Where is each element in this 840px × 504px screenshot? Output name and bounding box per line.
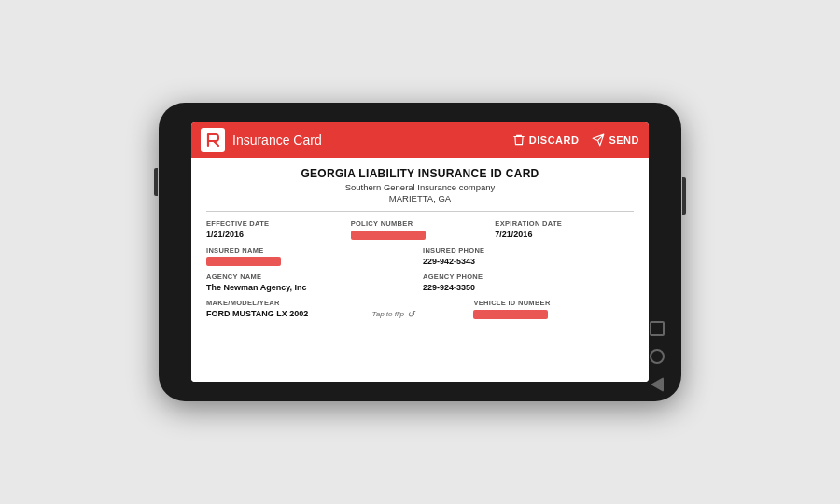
agency-name-value: The Newman Agency, Inc: [206, 283, 417, 292]
agency-phone-value: 229-924-3350: [423, 283, 634, 292]
card-divider: [206, 211, 634, 212]
fields-row-4: MAKE/MODEL/YEAR FORD MUSTANG LX 2002 Tap…: [206, 299, 634, 319]
phone-screen: Insurance Card DISCARD SEND GEORGIA LIAB…: [191, 122, 649, 382]
app-bar-actions: DISCARD SEND: [512, 133, 639, 147]
agency-name-block: AGENCY NAME The Newman Agency, Inc: [206, 273, 417, 292]
policy-number-redacted: [351, 231, 426, 240]
tap-flip-text[interactable]: Tap to flip ↺: [372, 309, 469, 319]
insured-name-block: INSURED NAME: [206, 246, 417, 267]
insured-name-value: [206, 257, 417, 267]
fields-row-2: INSURED NAME INSURED PHONE 229-942-5343: [206, 246, 634, 267]
make-model-year-value: FORD MUSTANG LX 2002: [206, 309, 367, 318]
insured-name-label: INSURED NAME: [206, 246, 417, 255]
vehicle-id-label: VEHICLE ID NUMBER: [473, 299, 634, 307]
agency-name-label: AGENCY NAME: [206, 273, 417, 281]
make-model-year-label: MAKE/MODEL/YEAR: [206, 299, 367, 307]
expiration-date-block: EXPIRATION DATE 7/21/2016: [495, 219, 634, 240]
vehicle-id-value: [473, 309, 634, 319]
insured-phone-block: INSURED PHONE 229-942-5343: [423, 246, 634, 267]
phone-shell: Insurance Card DISCARD SEND GEORGIA LIAB…: [159, 103, 681, 401]
make-model-year-block: MAKE/MODEL/YEAR FORD MUSTANG LX 2002: [206, 299, 367, 319]
vehicle-id-redacted: [473, 310, 548, 319]
policy-number-block: POLICY NUMBER: [351, 219, 490, 240]
flip-icon: ↺: [407, 309, 414, 319]
fields-row-3: AGENCY NAME The Newman Agency, Inc AGENC…: [206, 273, 634, 292]
tap-flip-block[interactable]: Tap to flip ↺: [372, 299, 469, 319]
nav-back-icon[interactable]: [651, 377, 664, 392]
discard-button[interactable]: DISCARD: [512, 133, 580, 147]
app-logo: [201, 128, 225, 152]
insured-name-redacted: [206, 257, 281, 266]
effective-date-value: 1/21/2016: [206, 230, 345, 239]
expiration-date-value: 7/21/2016: [495, 230, 634, 239]
card-location: MARIETTA, GA: [206, 193, 634, 203]
expiration-date-label: EXPIRATION DATE: [495, 219, 634, 228]
nav-bar: [650, 321, 665, 392]
card-title: GEORGIA LIABILITY INSURANCE ID CARD: [206, 167, 634, 180]
effective-date-block: EFFECTIVE DATE 1/21/2016: [206, 219, 345, 240]
vehicle-id-block: VEHICLE ID NUMBER: [473, 299, 634, 319]
insurance-card: GEORGIA LIABILITY INSURANCE ID CARD Sout…: [191, 158, 649, 382]
insured-phone-value: 229-942-5343: [423, 257, 634, 266]
fields-row-1: EFFECTIVE DATE 1/21/2016 POLICY NUMBER E…: [206, 219, 634, 240]
effective-date-label: EFFECTIVE DATE: [206, 219, 345, 228]
agency-phone-label: AGENCY PHONE: [423, 273, 634, 281]
agency-phone-block: AGENCY PHONE 229-924-3350: [423, 273, 634, 292]
send-button[interactable]: SEND: [592, 133, 639, 147]
nav-recent-icon[interactable]: [650, 321, 665, 336]
policy-number-value: [351, 230, 490, 240]
app-bar: Insurance Card DISCARD SEND: [191, 122, 649, 158]
insured-phone-label: INSURED PHONE: [423, 246, 634, 255]
power-button: [682, 177, 686, 215]
nav-home-icon[interactable]: [650, 349, 665, 364]
app-bar-title: Insurance Card: [232, 133, 512, 147]
card-company: Southern General Insurance company: [206, 182, 634, 192]
policy-number-label: POLICY NUMBER: [351, 219, 490, 228]
